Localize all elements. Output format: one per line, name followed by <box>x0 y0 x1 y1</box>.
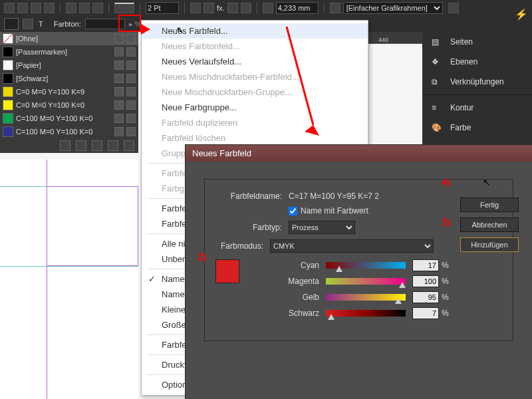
menu-item: Neue Mischdruckfarben-Gruppe... <box>142 84 368 100</box>
slider-value-input[interactable] <box>412 259 439 271</box>
panel-item-layers[interactable]: ❖Ebenen <box>422 52 532 72</box>
menu-item: Farbfeld duplizieren <box>142 115 368 130</box>
tool-icon[interactable] <box>203 3 214 13</box>
tool-icon[interactable] <box>44 3 55 13</box>
swatch-chip <box>3 60 13 70</box>
cancel-button[interactable]: Abbrechen <box>460 217 519 232</box>
menu-item[interactable]: Neues Verlaufsfeld... <box>142 54 368 69</box>
ok-button[interactable]: Fertig <box>460 198 519 212</box>
panel-label: Farbe <box>450 123 471 132</box>
name-with-value-label: Name mit Farbwert <box>301 206 368 215</box>
swatch-type-icon <box>114 100 124 110</box>
swatch-row[interactable]: [Passermarken] <box>0 45 138 59</box>
percent-label: % <box>442 293 449 302</box>
slider-label: Schwarz <box>282 309 326 318</box>
document-canvas[interactable] <box>0 160 138 399</box>
new-swatch-dialog: Neues Farbfeld Farbfeldname: C=17 M=100 … <box>186 145 532 399</box>
swatch-row[interactable]: C=0 M=0 Y=100 K=0 <box>0 98 138 112</box>
slider-track[interactable] <box>326 262 406 269</box>
slider-track[interactable] <box>326 310 406 317</box>
swatch-type-icon <box>114 47 124 57</box>
percent-label: % <box>442 309 449 318</box>
footer-icon[interactable] <box>60 140 70 151</box>
swatch-mode-icon <box>126 34 136 43</box>
swatch-row[interactable]: C=100 M=0 Y=100 K=0 <box>0 125 138 138</box>
dialog-title: Neues Farbfeld <box>186 145 532 162</box>
size-input[interactable] <box>276 2 319 14</box>
tool-icon[interactable] <box>190 3 201 13</box>
name-with-value-checkbox[interactable] <box>289 207 297 215</box>
swatch-type-icon <box>114 34 124 43</box>
swatch-mode-icon <box>126 61 136 70</box>
control-bar: fx. [Einfacher Grafikrahmen] <box>0 0 532 16</box>
menu-item: Farbfeld löschen <box>142 130 368 146</box>
panel-label: Seiten <box>450 37 473 47</box>
tool-icon[interactable] <box>66 3 76 13</box>
color-icon: 🎨 <box>432 123 444 132</box>
tool-icon[interactable] <box>79 3 90 13</box>
color-preview <box>215 259 239 283</box>
stroke-style-icon[interactable] <box>114 3 134 13</box>
panel-item-color[interactable]: 🎨Farbe <box>422 118 532 138</box>
farbmodus-select[interactable]: CMYK <box>270 239 434 253</box>
tool-icon[interactable] <box>31 3 41 13</box>
swatch-row[interactable]: [Schwarz] <box>0 72 138 85</box>
tool-icon[interactable] <box>227 3 238 13</box>
swatch-mode-icon <box>126 100 136 110</box>
swatch-chip <box>3 73 13 84</box>
stroke-icon: ≡ <box>432 103 444 112</box>
menu-item: Neues Farbtonfeld... <box>142 39 368 54</box>
tool-icon[interactable] <box>241 3 251 13</box>
percent-label: % <box>442 277 449 286</box>
panel-flash-icon[interactable]: ⚡ <box>515 8 528 21</box>
trash-icon[interactable] <box>124 140 134 151</box>
slider-value-input[interactable] <box>412 307 439 319</box>
swatch-row[interactable]: C=0 M=0 Y=100 K=9 <box>0 85 138 98</box>
tool-icon[interactable] <box>92 3 103 13</box>
swatch-name: [Ohne] <box>16 35 112 43</box>
swatch-name: [Schwarz] <box>16 74 112 82</box>
slider-label: Cyan <box>282 261 326 270</box>
footer-icon[interactable] <box>92 140 102 151</box>
tool-icon[interactable] <box>17 3 28 13</box>
farbtyp-select[interactable]: Prozess <box>289 221 355 234</box>
slider-value-input[interactable] <box>412 275 439 287</box>
new-swatch-icon[interactable] <box>108 140 118 151</box>
swatch-row[interactable]: [Papier] <box>0 59 138 72</box>
frame-preset-select[interactable]: [Einfacher Grafikrahmen] <box>343 2 443 14</box>
percent-label: % <box>442 261 449 270</box>
tool-icon[interactable] <box>448 3 459 13</box>
panel-item-pages[interactable]: ▤Seiten <box>422 32 532 52</box>
tool-icon[interactable] <box>330 3 340 13</box>
swatch-mode-icon <box>126 74 136 83</box>
swatch-name-label: Farbfeldname: <box>215 192 289 201</box>
panel-item-stroke[interactable]: ≡Kontur <box>422 98 532 118</box>
menu-item[interactable]: Neue Farbgruppe... <box>142 100 368 115</box>
slider-label: Gelb <box>282 293 326 302</box>
fx-icon[interactable]: fx. <box>217 4 225 12</box>
tool-icon[interactable] <box>23 19 33 29</box>
tool-icon[interactable] <box>263 3 273 13</box>
tool-icon[interactable] <box>4 3 15 13</box>
panel-label: Verknüpfungen <box>450 77 504 86</box>
footer-icon[interactable] <box>76 140 86 151</box>
add-button[interactable]: Hinzufügen <box>460 237 519 252</box>
slider-track[interactable] <box>326 278 406 285</box>
annotation-3: 3) <box>442 217 450 227</box>
swatch-type-icon <box>114 87 124 96</box>
swatch-name-value: C=17 M=100 Y=95 K=7 2 <box>289 192 379 201</box>
swatch-row[interactable]: [Ohne] <box>0 32 138 45</box>
swatch-mode-icon <box>126 114 136 123</box>
swatch-name: C=0 M=0 Y=100 K=9 <box>16 88 112 96</box>
swatch-row[interactable]: C=100 M=0 Y=100 K=0 <box>0 112 138 125</box>
menu-item[interactable]: Neues Farbfeld... <box>142 23 368 39</box>
swatch-chip <box>3 86 13 97</box>
stroke-weight-input[interactable] <box>146 2 179 14</box>
swatch-mode-icon <box>126 47 136 57</box>
farbton-label: Farbton: <box>54 20 81 28</box>
panel-item-links[interactable]: ⧉Verknüpfungen <box>422 72 532 92</box>
fill-stroke-icon[interactable] <box>4 18 19 30</box>
slider-value-input[interactable] <box>412 291 439 303</box>
links-icon: ⧉ <box>432 77 444 86</box>
slider-track[interactable] <box>326 294 406 301</box>
